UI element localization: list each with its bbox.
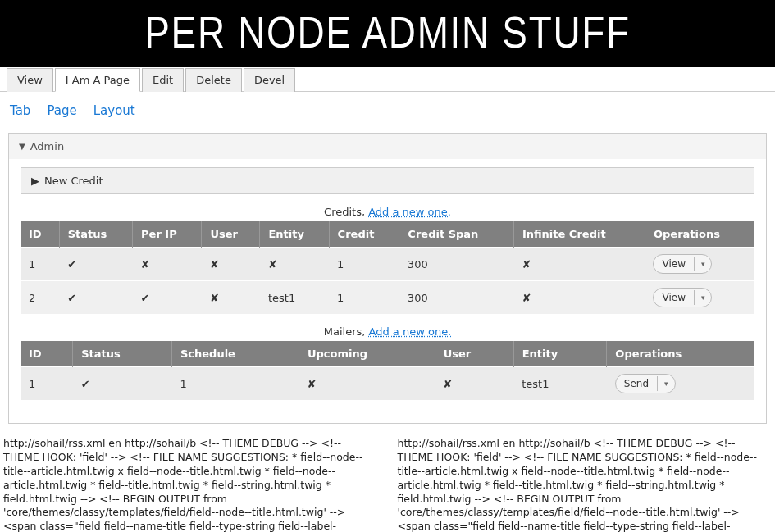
col-entity: Entity bbox=[513, 341, 607, 367]
subtab-layout[interactable]: Layout bbox=[93, 103, 135, 118]
chevron-down-icon[interactable]: ▾ bbox=[694, 290, 712, 305]
cell-id: 2 bbox=[21, 281, 59, 315]
table-row: 1✔1✘✘test1Send▾ bbox=[21, 367, 754, 401]
cell-upcoming: ✘ bbox=[299, 367, 435, 401]
new-credit-label: New Credit bbox=[44, 175, 103, 187]
tab-view[interactable]: View bbox=[7, 68, 53, 92]
cell-infinite: ✘ bbox=[513, 281, 645, 315]
admin-label: Admin bbox=[30, 140, 64, 152]
cell-credit: 1 bbox=[329, 248, 399, 281]
chevron-right-icon: ▶ bbox=[31, 175, 39, 187]
dropbutton[interactable]: View▾ bbox=[653, 288, 712, 307]
primary-tabs: View I Am A Page Edit Delete Devel bbox=[0, 67, 775, 92]
debug-output: http://sohail/rss.xml en http://sohail/b… bbox=[0, 432, 775, 532]
admin-body: ▶ New Credit Credits, Add a new one. ID … bbox=[9, 159, 766, 423]
page-header: PER NODE ADMIN STUFF bbox=[0, 0, 775, 67]
cell-per-ip: ✘ bbox=[133, 248, 202, 281]
col-entity: Entity bbox=[260, 221, 329, 248]
dropbutton-action[interactable]: Send bbox=[616, 375, 657, 393]
mailers-table: ID Status Schedule Upcoming User Entity … bbox=[21, 341, 754, 400]
cell-per-ip: ✔ bbox=[133, 281, 202, 315]
add-credit-link[interactable]: Add a new one. bbox=[368, 206, 451, 218]
table-row: 2✔✔✘test11300✘View▾ bbox=[21, 281, 754, 315]
col-status: Status bbox=[59, 221, 132, 248]
cell-entity: ✘ bbox=[260, 248, 329, 281]
tab-delete[interactable]: Delete bbox=[185, 68, 242, 92]
col-id: ID bbox=[21, 221, 59, 248]
dropbutton[interactable]: View▾ bbox=[653, 254, 712, 274]
col-per-ip: Per IP bbox=[133, 221, 202, 248]
cell-ops: View▾ bbox=[645, 281, 754, 315]
cell-credit: 1 bbox=[329, 281, 399, 315]
col-user: User bbox=[202, 221, 260, 248]
cell-status: ✔ bbox=[73, 367, 172, 401]
col-infinite: Infinite Credit bbox=[513, 221, 645, 248]
col-ops: Operations bbox=[645, 221, 754, 248]
cell-user: ✘ bbox=[202, 248, 260, 281]
new-credit-details: ▶ New Credit bbox=[21, 167, 754, 194]
tab-i-am-a-page[interactable]: I Am A Page bbox=[55, 68, 140, 92]
credits-table: ID Status Per IP User Entity Credit Cred… bbox=[21, 221, 754, 314]
page-title: PER NODE ADMIN STUFF bbox=[58, 7, 717, 57]
debug-col-left: http://sohail/rss.xml en http://sohail/b… bbox=[3, 437, 378, 532]
dropbutton-action[interactable]: View bbox=[654, 255, 693, 273]
col-schedule: Schedule bbox=[171, 341, 299, 367]
dropbutton[interactable]: Send▾ bbox=[615, 374, 676, 393]
cell-credit-span: 300 bbox=[399, 248, 514, 281]
chevron-down-icon[interactable]: ▾ bbox=[657, 376, 675, 391]
cell-entity: test1 bbox=[260, 281, 329, 315]
secondary-tabs: Tab Page Layout bbox=[0, 92, 775, 130]
dropbutton-action[interactable]: View bbox=[654, 289, 693, 307]
debug-col-right: http://sohail/rss.xml en http://sohail/b… bbox=[398, 437, 773, 532]
cell-status: ✔ bbox=[59, 281, 132, 315]
cell-ops: Send▾ bbox=[607, 367, 754, 401]
col-upcoming: Upcoming bbox=[299, 341, 435, 367]
col-credit-span: Credit Span bbox=[399, 221, 514, 248]
cell-user: ✘ bbox=[435, 367, 513, 401]
cell-ops: View▾ bbox=[645, 248, 754, 281]
chevron-down-icon: ▼ bbox=[19, 142, 25, 151]
cell-user: ✘ bbox=[202, 281, 260, 315]
col-status: Status bbox=[73, 341, 172, 367]
cell-id: 1 bbox=[21, 367, 73, 401]
tab-edit[interactable]: Edit bbox=[142, 68, 184, 92]
add-mailer-link[interactable]: Add a new one. bbox=[369, 325, 452, 338]
cell-id: 1 bbox=[21, 248, 59, 281]
cell-status: ✔ bbox=[59, 248, 132, 281]
admin-details: ▼ Admin ▶ New Credit Credits, Add a new … bbox=[8, 133, 767, 424]
table-row: 1✔✘✘✘1300✘View▾ bbox=[21, 248, 754, 281]
admin-summary[interactable]: ▼ Admin bbox=[9, 134, 766, 159]
col-ops: Operations bbox=[607, 341, 754, 367]
cell-entity: test1 bbox=[513, 367, 607, 401]
col-user: User bbox=[435, 341, 513, 367]
chevron-down-icon[interactable]: ▾ bbox=[694, 257, 712, 271]
mailers-caption: Mailers, Add a new one. bbox=[21, 325, 754, 338]
subtab-page[interactable]: Page bbox=[47, 103, 76, 118]
cell-schedule: 1 bbox=[171, 367, 299, 401]
credits-caption: Credits, Add a new one. bbox=[21, 206, 754, 218]
new-credit-summary[interactable]: ▶ New Credit bbox=[21, 168, 754, 193]
col-id: ID bbox=[21, 341, 73, 367]
cell-infinite: ✘ bbox=[513, 248, 645, 281]
tab-devel[interactable]: Devel bbox=[244, 68, 295, 92]
cell-credit-span: 300 bbox=[399, 281, 514, 315]
subtab-tab[interactable]: Tab bbox=[10, 103, 30, 118]
col-credit: Credit bbox=[329, 221, 399, 248]
